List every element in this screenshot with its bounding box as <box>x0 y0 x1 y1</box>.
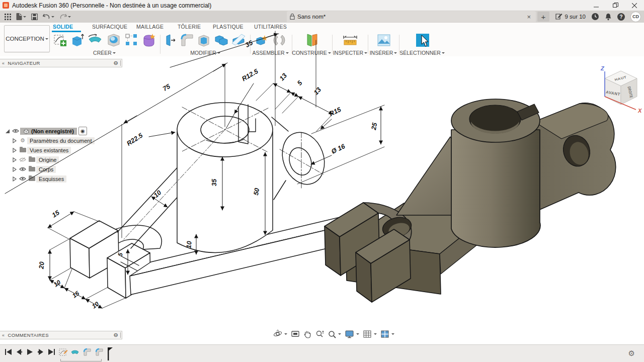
timeline-fillet-feature[interactable] <box>95 347 104 357</box>
caret-down-icon <box>68 16 71 19</box>
press-pull-button[interactable] <box>164 32 177 48</box>
timeline-settings-gear-icon[interactable]: ⚙ <box>628 349 635 358</box>
create-form-button[interactable] <box>141 32 157 48</box>
restore-button[interactable] <box>606 0 625 11</box>
activate-component-radio[interactable]: ◉ <box>78 127 87 135</box>
close-window-button[interactable] <box>625 0 644 11</box>
file-menu-button[interactable] <box>15 12 28 21</box>
orbit-button[interactable] <box>273 329 287 338</box>
tree-item-origine[interactable]: Origine <box>4 155 95 164</box>
hole-button[interactable] <box>106 32 122 48</box>
eye-visible-icon[interactable] <box>18 167 27 171</box>
caret-down-icon <box>217 52 220 55</box>
tree-item-vues[interactable]: Vues existantes <box>4 145 95 155</box>
tab-surfacique[interactable]: SURFACIQUE <box>92 24 127 31</box>
new-component-button[interactable] <box>255 32 270 48</box>
app-grid-icon[interactable] <box>3 13 13 21</box>
expanded-arrow-icon[interactable] <box>4 129 11 134</box>
select-button[interactable] <box>415 32 430 48</box>
group-label-construire[interactable]: CONSTRUIRE <box>293 50 330 56</box>
user-avatar[interactable]: CD <box>630 12 641 22</box>
construct-plane-button[interactable] <box>303 32 319 48</box>
collapsed-arrow-icon[interactable] <box>11 176 18 182</box>
group-label-assembler[interactable]: ASSEMBLER <box>252 50 289 56</box>
zoom-button[interactable] <box>315 330 324 338</box>
group-label-modifier[interactable]: MODIFIER <box>162 50 249 56</box>
group-label-selectionner[interactable]: SÉLECTIONNER <box>400 50 444 56</box>
look-at-button[interactable] <box>291 330 300 338</box>
create-sketch-button[interactable] <box>52 32 67 48</box>
notification-clock-icon[interactable] <box>591 13 599 21</box>
comments-panel-header[interactable]: « COMMENTAIRES ⊖ <box>0 331 122 339</box>
collapsed-arrow-icon[interactable] <box>11 157 18 162</box>
timeline-fillet-feature[interactable] <box>83 347 92 357</box>
tree-item-esquisses[interactable]: Esquisses <box>4 174 95 184</box>
timeline-sketch-feature[interactable] <box>58 347 68 357</box>
tree-item-corps[interactable]: Corps <box>4 164 95 174</box>
help-button[interactable]: ? <box>617 13 625 21</box>
eye-visible-icon[interactable] <box>11 129 20 133</box>
eye-visible-icon[interactable] <box>18 176 27 181</box>
root-document-item[interactable]: (Non enregistré) <box>20 128 77 135</box>
tree-root-row[interactable]: (Non enregistré) ◉ <box>4 126 95 136</box>
step-forward-button[interactable] <box>38 349 43 355</box>
panel-resize-handle[interactable] <box>120 332 121 338</box>
timeline-range-bracket <box>60 359 102 361</box>
measure-button[interactable] <box>342 32 359 48</box>
skip-to-start-button[interactable] <box>5 349 12 355</box>
tab-maillage[interactable]: MAILLAGE <box>136 24 164 31</box>
undo-button[interactable] <box>41 13 56 21</box>
save-button[interactable] <box>30 13 39 21</box>
shell-button[interactable] <box>196 32 211 48</box>
zoom-window-button[interactable] <box>328 330 341 338</box>
window-title: Autodesk Fusion 360 (Personnelle - Non d… <box>12 2 211 9</box>
tab-tolerie[interactable]: TÔLERIE <box>178 24 201 31</box>
caret-down-icon <box>51 16 54 19</box>
viewports-button[interactable] <box>380 330 394 338</box>
tab-utilitaires[interactable]: UTILITAIRES <box>254 24 287 31</box>
close-tab-button[interactable]: × <box>525 13 533 21</box>
tab-plastique[interactable]: PLASTIQUE <box>213 24 244 31</box>
job-status-button[interactable]: 9 sur 10 <box>555 13 586 20</box>
group-label-inspecter[interactable]: INSPECTER <box>334 50 367 56</box>
eye-hidden-icon[interactable] <box>18 157 27 162</box>
minimize-panel-icon[interactable]: ⊖ <box>113 332 118 338</box>
minimize-panel-icon[interactable]: ⊖ <box>113 60 118 66</box>
collapsed-arrow-icon[interactable] <box>11 148 18 153</box>
workspace-selector[interactable]: CONCEPTION <box>4 25 50 52</box>
split-body-button[interactable] <box>230 32 247 48</box>
panel-resize-handle[interactable] <box>120 60 121 66</box>
navigator-panel-header[interactable]: « NAVIGATEUR ⊖ <box>0 59 122 67</box>
collapsed-arrow-icon[interactable] <box>11 167 18 172</box>
play-button[interactable] <box>27 349 33 355</box>
step-back-button[interactable] <box>17 349 22 355</box>
pan-button[interactable] <box>303 330 311 338</box>
group-label-inserer[interactable]: INSÉRER <box>369 50 398 56</box>
tree-item-parametres[interactable]: ⚙ Paramètres du document <box>4 136 95 145</box>
group-label-creer[interactable]: CRÉER <box>50 50 158 56</box>
timeline-revolve-feature[interactable] <box>70 347 80 357</box>
revolve-button[interactable] <box>87 32 104 48</box>
grid-settings-button[interactable] <box>363 330 377 338</box>
display-settings-button[interactable] <box>345 330 359 338</box>
collapse-panel-icon[interactable]: « <box>2 333 5 338</box>
bell-icon[interactable] <box>605 13 612 21</box>
pattern-button[interactable] <box>124 32 139 48</box>
joint-button[interactable] <box>272 32 287 48</box>
new-tab-button[interactable]: + <box>537 12 549 22</box>
timeline-playhead[interactable] <box>107 347 113 360</box>
redo-button[interactable] <box>58 13 72 21</box>
combine-button[interactable] <box>213 32 228 48</box>
collapse-panel-icon[interactable]: « <box>2 61 5 66</box>
document-tab[interactable]: Sans nom* × <box>287 11 536 22</box>
collapsed-arrow-icon[interactable] <box>11 138 18 143</box>
viewport-canvas[interactable]: « NAVIGATEUR ⊖ (Non enregistré) ◉ ⚙ Para… <box>0 56 644 344</box>
extrude-button[interactable] <box>69 32 85 48</box>
fillet-button[interactable] <box>179 32 194 48</box>
minimize-button[interactable] <box>587 0 606 11</box>
tab-solide[interactable]: SOLIDE <box>53 24 73 31</box>
insert-image-button[interactable] <box>376 32 391 48</box>
view-cube[interactable]: HAUT AVANT DROITE Z X <box>595 63 643 116</box>
skip-to-end-button[interactable] <box>48 349 55 355</box>
timeline-playback-controls <box>5 349 55 355</box>
